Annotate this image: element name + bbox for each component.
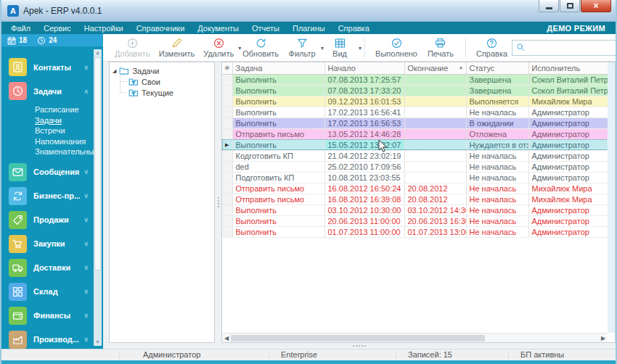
cell-task[interactable]: Подготовить КП [232, 172, 324, 183]
cell-task[interactable]: Отправить письмо [232, 194, 324, 204]
sidebar-subitem-4[interactable]: Знаменательные с... [35, 146, 102, 157]
toolbar-printer-button[interactable]: Печать [422, 36, 459, 59]
table-row-14[interactable]: Выполнить01.07.2013 11:00:0001.07.2013 1… [222, 226, 616, 237]
hscroll-track[interactable] [231, 335, 599, 342]
table-row-2[interactable]: Выполнить09.12.2013 16:01:53ВыполняетсяМ… [222, 96, 616, 107]
menu-item-0[interactable]: Файл [4, 24, 37, 33]
cell-task[interactable]: Выполнить [232, 226, 324, 237]
sidebar-item-0[interactable]: Контакты∨ [9, 55, 103, 79]
cell-task[interactable]: Выполнить [232, 215, 324, 226]
sidebar-item-5[interactable]: Закупки∨ [9, 232, 103, 256]
column-header-start[interactable]: Начало [324, 62, 404, 74]
cell-start[interactable]: 17.02.2013 16:56:41 [324, 107, 404, 117]
cell-task[interactable]: Кодготовить КП [232, 150, 324, 161]
toolbar-check-button[interactable]: Выполнено [371, 36, 422, 59]
cell-status[interactable]: Не началась [466, 150, 528, 161]
search-input[interactable] [526, 44, 616, 52]
column-header-executor[interactable]: Исполнитель [528, 62, 616, 74]
row-marker-cell[interactable] [222, 128, 232, 139]
minimize-button[interactable] [539, 0, 559, 12]
toolbar-grid-button[interactable]: Вид▾ [321, 36, 359, 59]
cell-task[interactable]: Выполнить [232, 139, 324, 150]
sidebar-item-9[interactable]: Производ...∨ [9, 328, 103, 349]
cell-status[interactable]: Не началась [466, 215, 528, 226]
bottom-resize-handle[interactable] [103, 343, 616, 349]
cell-status[interactable]: Не началась [466, 204, 528, 215]
cell-executor[interactable]: Администратор [528, 172, 616, 183]
cell-end[interactable] [404, 161, 466, 172]
cell-end[interactable]: 20.08.2012 [404, 194, 466, 204]
column-header-status[interactable]: Статус [466, 62, 528, 74]
table-horizontal-scrollbar[interactable]: ◀ ▶ [222, 333, 608, 342]
tree-item-1[interactable]: Текущие [111, 87, 213, 98]
sidebar-subitem-0[interactable]: Расписание [35, 104, 102, 115]
cell-task[interactable]: Выполнить [232, 204, 324, 215]
scroll-left-icon[interactable]: ◀ [222, 334, 231, 343]
cell-status[interactable]: Не началась [466, 183, 528, 194]
sidebar-item-1[interactable]: Задачи∧ [9, 79, 103, 103]
menu-item-6[interactable]: Плагины [286, 24, 332, 33]
cell-executor[interactable]: Сокол Виталий Петрович [528, 85, 616, 96]
scroll-down-icon[interactable]: ▼ [94, 339, 102, 346]
table-row-1[interactable]: Выполнить07.08.2013 17:33:20ЗавершенаСок… [222, 85, 616, 96]
table-row-11[interactable]: Отправить письмо16.08.2012 16:39:0820.08… [222, 194, 616, 204]
cell-executor[interactable]: Администратор [528, 226, 616, 237]
cell-task[interactable]: Выполнить [232, 96, 324, 107]
cell-start[interactable]: 01.07.2013 11:00:00 [324, 226, 404, 237]
close-button[interactable]: × [581, 0, 611, 12]
scroll-right-icon[interactable]: ▶ [599, 334, 608, 343]
calendar-icon[interactable] [7, 36, 16, 45]
cell-end[interactable]: 20.06.2013 16:30:00 [404, 215, 466, 226]
table-row-13[interactable]: Выполнить20.06.2013 11:00:0020.06.2013 1… [222, 215, 616, 226]
table-row-6[interactable]: ▶Выполнить15.05.2012 13:32:07Нуждается в… [222, 139, 616, 150]
cell-executor[interactable]: Администратор [528, 204, 616, 215]
toolbar-plus-button[interactable]: Добавить [110, 36, 155, 59]
cell-end[interactable] [404, 150, 466, 161]
row-marker-cell[interactable] [222, 117, 232, 128]
panel-splitter[interactable] [215, 62, 221, 343]
cell-status[interactable]: Не началась [466, 172, 528, 183]
cell-end[interactable] [404, 107, 466, 117]
table-row-0[interactable]: Выполнить07.08.2013 17:25:57ЗавершенаСок… [222, 74, 616, 85]
table-row-12[interactable]: Выполнить03.10.2012 10:30:0003.10.2012 1… [222, 204, 616, 215]
cell-start[interactable]: 03.10.2012 10:30:00 [324, 204, 404, 215]
menu-item-1[interactable]: Сервис [37, 24, 78, 33]
table-row-5[interactable]: Отправить письмо13.05.2012 14:46:28Отлож… [222, 128, 616, 139]
cell-executor[interactable]: Михайлюк Мира [528, 194, 616, 204]
cell-executor[interactable]: Администратор [528, 117, 616, 128]
cell-start[interactable]: 10.08.2011 23:03:55 [324, 172, 404, 183]
menu-item-4[interactable]: Документы [191, 24, 245, 33]
cell-start[interactable]: 16.08.2012 16:50:24 [324, 183, 404, 194]
cell-end[interactable] [404, 74, 466, 85]
scrollbar-thumb[interactable] [94, 57, 101, 270]
cell-end[interactable] [404, 139, 466, 150]
toolbar-help-button[interactable]: Справка [472, 36, 512, 59]
cell-start[interactable]: 17.02.2013 16:56:53 [324, 117, 404, 128]
column-header-marker[interactable]: ∗ [222, 62, 232, 74]
sidebar-item-6[interactable]: Доставки∨ [9, 256, 103, 280]
row-marker-cell[interactable] [222, 215, 232, 226]
menu-item-7[interactable]: Справка [332, 24, 376, 33]
cell-executor[interactable]: Администратор [528, 128, 616, 139]
cell-start[interactable]: 13.05.2012 14:46:28 [324, 128, 404, 139]
cell-status[interactable]: Выполняется [466, 96, 528, 107]
cell-start[interactable]: 21.04.2012 23:02:19 [324, 150, 404, 161]
cell-status[interactable]: Завершена [466, 74, 528, 85]
cell-start[interactable]: 25.02.2010 17:09:56 [324, 161, 404, 172]
cell-end[interactable] [404, 117, 466, 128]
cell-status[interactable]: Не началась [466, 107, 528, 117]
sidebar-item-8[interactable]: Финансы∨ [9, 304, 103, 328]
row-marker-cell[interactable] [222, 226, 232, 237]
cell-task[interactable]: Выполнить [232, 74, 324, 85]
cell-start[interactable]: 09.12.2013 16:01:53 [324, 96, 404, 107]
cell-executor[interactable]: Администратор [528, 215, 616, 226]
cell-start[interactable]: 20.06.2013 11:00:00 [324, 215, 404, 226]
menu-item-3[interactable]: Справочники [130, 24, 192, 33]
row-marker-cell[interactable] [222, 204, 232, 215]
toolbar-delete-button[interactable]: Удалить▾ [199, 36, 238, 59]
column-header-end[interactable]: Окончание▲ [404, 62, 466, 74]
cell-status[interactable]: В ожидании [466, 117, 528, 128]
toolbar-funnel-button[interactable]: Фильтр▾ [283, 36, 321, 59]
cell-status[interactable]: Нуждается в отзыве [466, 139, 528, 150]
clock-icon[interactable] [37, 36, 46, 45]
